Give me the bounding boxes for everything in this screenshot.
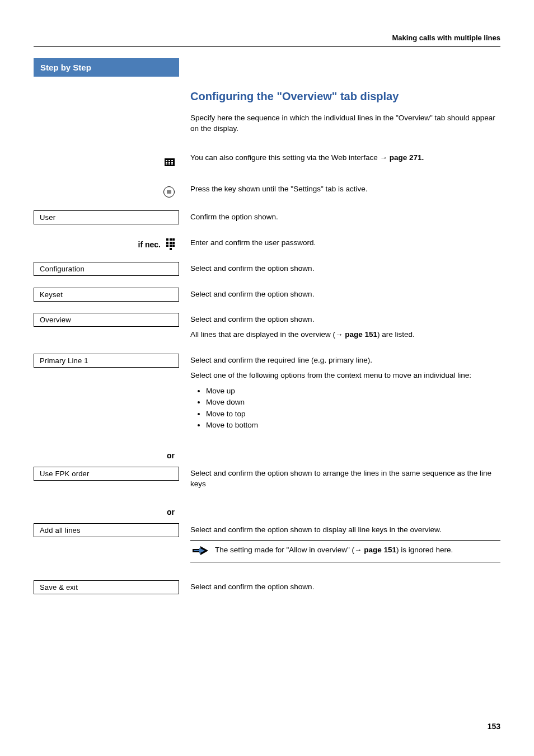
add-all-text: Select and confirm the option shown to d…	[190, 525, 500, 536]
page-number: 153	[488, 722, 500, 731]
settings-key-icon	[163, 186, 175, 198]
configuration-text: Select and confirm the option shown.	[190, 264, 500, 274]
move-intro-text: Select one of the following options from…	[190, 370, 500, 381]
move-options-list: Move up Move down Move to top Move to bo…	[190, 386, 500, 431]
note-arrow-icon	[193, 546, 208, 557]
svg-rect-5	[194, 550, 199, 551]
note-text: The setting made for "Allow in overview"…	[215, 545, 453, 556]
if-nec-label: if nec.	[138, 240, 161, 249]
web-interface-text: You can also configure this setting via …	[190, 153, 500, 163]
note-box: The setting made for "Allow in overview"…	[190, 540, 500, 562]
overview-option[interactable]: Overview	[34, 313, 179, 327]
page-header: Making calls with multiple lines	[34, 34, 500, 42]
configuration-option[interactable]: Configuration	[34, 262, 179, 276]
overview-text: Select and confirm the option shown.	[190, 314, 500, 325]
all-lines-text: All lines that are displayed in the over…	[190, 330, 500, 340]
user-option[interactable]: User	[34, 210, 179, 224]
keypad-icon	[166, 238, 175, 250]
password-text: Enter and confirm the user password.	[190, 238, 500, 248]
primary-line-text: Select and confirm the required line (e.…	[190, 355, 500, 366]
page-ref-link[interactable]: → page 271.	[380, 153, 424, 162]
move-to-top-item: Move to top	[206, 408, 500, 420]
or-label-2: or	[34, 508, 179, 516]
use-fpk-option[interactable]: Use FPK order	[34, 467, 179, 481]
section-title: Configuring the "Overview" tab display	[190, 90, 500, 103]
step-by-step-header: Step by Step	[34, 58, 179, 77]
press-key-text: Press the key shown until the "Settings"…	[190, 184, 500, 195]
list-icon	[165, 158, 175, 166]
move-to-bottom-item: Move to bottom	[206, 420, 500, 431]
add-all-lines-option[interactable]: Add all lines	[34, 523, 179, 537]
or-label-1: or	[34, 451, 179, 460]
move-up-item: Move up	[206, 386, 500, 397]
primary-line-option[interactable]: Primary Line 1	[34, 354, 179, 368]
fpk-text: Select and confirm the option shown to a…	[190, 468, 500, 490]
user-text: Confirm the option shown.	[190, 212, 500, 223]
save-exit-text: Select and confirm the option shown.	[190, 582, 500, 593]
note-page-ref-link[interactable]: → page 151	[354, 546, 396, 554]
intro-text: Specify here the sequence in which the i…	[190, 113, 500, 134]
keyset-option[interactable]: Keyset	[34, 288, 179, 302]
save-exit-option[interactable]: Save & exit	[34, 580, 179, 594]
page-ref-151-link[interactable]: → page 151	[335, 330, 377, 339]
keyset-text: Select and confirm the option shown.	[190, 289, 500, 300]
move-down-item: Move down	[206, 397, 500, 408]
